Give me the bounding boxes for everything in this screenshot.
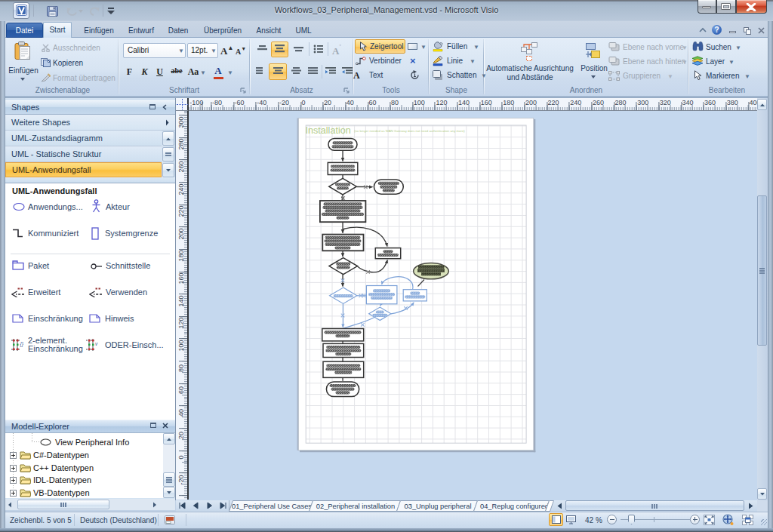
svg-text:v: v	[95, 341, 98, 346]
svg-text:(no longer needed as WAN Gatew: (no longer needed as WAN Gateway does no…	[354, 129, 465, 133]
svg-text:03_Unplug peripheral: 03_Unplug peripheral	[405, 503, 472, 510]
svg-text:01_Peripheral Use Cases: 01_Peripheral Use Cases	[232, 503, 312, 510]
svg-text:02_Peripheral installation: 02_Peripheral installation	[316, 503, 395, 510]
svg-text:{}: {}	[20, 341, 24, 347]
svg-text:04_Replug configured p: 04_Replug configured p	[480, 503, 550, 510]
svg-text:Installation: Installation	[306, 125, 351, 136]
